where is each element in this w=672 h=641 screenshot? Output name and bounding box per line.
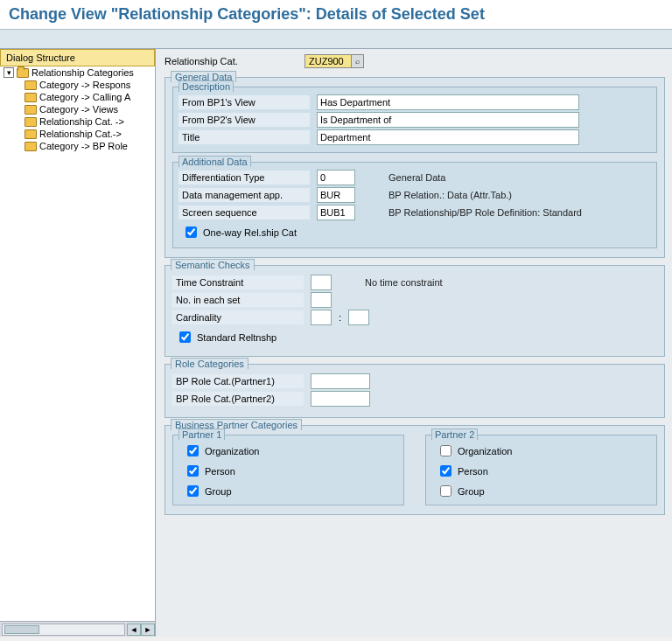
from-bp1-label: From BP1's View [178,95,310,109]
p1-group-checkbox[interactable] [187,485,199,497]
screen-sequence-input[interactable] [317,205,355,220]
tree-node-root[interactable]: ▾ Relationship Categories [0,66,155,79]
folder-icon [24,105,37,115]
additional-data-box: Additional Data Differentiation Type Gen… [172,162,657,248]
partner2-box: Partner 2 Organization Person Group [425,435,657,505]
p2-group-checkbox[interactable] [440,485,452,497]
tree: ▾ Relationship Categories Category -> Re… [0,66,155,621]
time-constraint-input[interactable] [311,275,332,290]
folder-open-icon [17,68,29,78]
p1-organization-checkbox[interactable] [187,445,199,456]
role-categories-title: Role Categories [171,358,248,369]
p1-group-label: Group [205,486,232,497]
from-bp1-input[interactable] [317,94,579,110]
time-constraint-label: Time Constraint [172,275,304,289]
partner2-title: Partner 2 [431,428,478,440]
no-in-each-set-input[interactable] [311,292,332,308]
general-data-group: General Data Description From BP1's View… [164,77,665,258]
details-panel: Relationship Cat. ⌕ General Data Descrip… [156,49,672,637]
dialog-structure-header: Dialog Structure [0,49,155,66]
differentiation-type-desc: General Data [388,172,445,183]
tree-node-label: Relationship Cat. -> [39,116,124,127]
partner1-box: Partner 1 Organization Person Group [172,435,404,505]
bp-role-cat-p2-input[interactable] [311,391,370,407]
cardinality-input-1[interactable] [311,310,332,325]
page-title: Change View "Relationship Categories": D… [0,0,672,30]
tree-node-item[interactable]: Category -> Views [0,103,155,115]
tree-node-label: Category -> Calling A [39,92,130,102]
semantic-checks-title: Semantic Checks [171,259,255,270]
data-mgmt-app-label: Data management app. [178,188,310,202]
p2-group-label: Group [458,486,485,497]
cardinality-separator: : [339,312,341,323]
screen-sequence-label: Screen sequence [178,206,310,219]
relationship-cat-label: Relationship Cat. [164,56,296,66]
cardinality-label: Cardinality [172,310,304,324]
screen-sequence-desc: BP Relationship/BP Role Definition: Stan… [388,207,582,218]
tree-node-label: Relationship Categories [32,67,134,78]
folder-icon [24,142,37,151]
search-help-icon[interactable]: ⌕ [352,54,364,68]
folder-icon [24,93,37,102]
tree-node-item[interactable]: Relationship Cat.-> [0,128,155,140]
role-categories-group: Role Categories BP Role Cat.(Partner1) B… [164,364,665,418]
no-in-each-set-label: No. in each set [172,293,304,307]
one-way-checkbox[interactable] [186,226,197,238]
toolbar-strip [0,30,672,49]
bp-categories-group: Business Partner Categories Partner 1 Or… [164,425,665,515]
one-way-label: One-way Rel.ship Cat [203,227,297,238]
differentiation-type-label: Differentiation Type [178,171,310,185]
from-bp2-input[interactable] [317,112,579,128]
tree-node-label: Category -> Views [39,104,118,115]
scroll-left-icon[interactable]: ◄ [127,624,141,636]
from-bp2-label: From BP2's View [178,113,310,127]
standard-reltnshp-label: Standard Reltnshp [197,332,276,343]
data-mgmt-app-input[interactable] [317,187,355,203]
standard-reltnshp-checkbox[interactable] [179,331,191,343]
cardinality-input-2[interactable] [348,310,369,325]
relationship-cat-line: Relationship Cat. ⌕ [164,54,665,68]
time-constraint-desc: No time constraint [365,277,443,288]
tree-node-label: Category -> Respons [39,80,130,90]
p1-person-checkbox[interactable] [187,465,199,477]
tree-node-item[interactable]: Category -> Calling A [0,91,155,103]
semantic-checks-group: Semantic Checks Time Constraint No time … [164,265,665,357]
p1-person-label: Person [205,466,235,477]
bp-role-cat-p2-label: BP Role Cat.(Partner2) [172,392,304,406]
tree-toggle-icon[interactable]: ▾ [4,67,14,78]
description-title: Description [178,80,234,92]
data-mgmt-app-desc: BP Relation.: Data (Attr.Tab.) [388,190,512,200]
description-box: Description From BP1's View From BP2's V… [172,87,657,153]
p2-person-label: Person [458,466,488,477]
folder-icon [24,129,37,139]
partner1-title: Partner 1 [178,428,225,440]
tree-node-label: Relationship Cat.-> [39,129,122,139]
scrollbar-track[interactable] [2,624,125,636]
tree-node-item[interactable]: Relationship Cat. -> [0,115,155,128]
bp-role-cat-p1-input[interactable] [311,373,370,389]
tree-node-item[interactable]: Category -> BP Role [0,140,155,152]
scrollbar-thumb[interactable] [4,625,39,634]
title-input[interactable] [317,129,579,145]
p1-organization-label: Organization [205,446,259,456]
scroll-right-icon[interactable]: ► [141,624,155,636]
p2-organization-label: Organization [458,446,512,456]
tree-node-label: Category -> BP Role [39,141,128,151]
folder-icon [24,117,37,127]
main-area: Dialog Structure ▾ Relationship Categori… [0,49,672,637]
relationship-cat-input[interactable] [304,54,352,68]
folder-icon [24,80,37,90]
horizontal-scrollbar[interactable]: ◄ ► [0,621,155,637]
dialog-structure-panel: Dialog Structure ▾ Relationship Categori… [0,49,156,637]
bp-role-cat-p1-label: BP Role Cat.(Partner1) [172,374,304,388]
p2-organization-checkbox[interactable] [440,445,452,456]
p2-person-checkbox[interactable] [440,465,452,477]
tree-node-item[interactable]: Category -> Respons [0,79,155,91]
title-label: Title [178,130,310,144]
differentiation-type-input[interactable] [317,170,355,185]
additional-data-title: Additional Data [178,156,251,167]
